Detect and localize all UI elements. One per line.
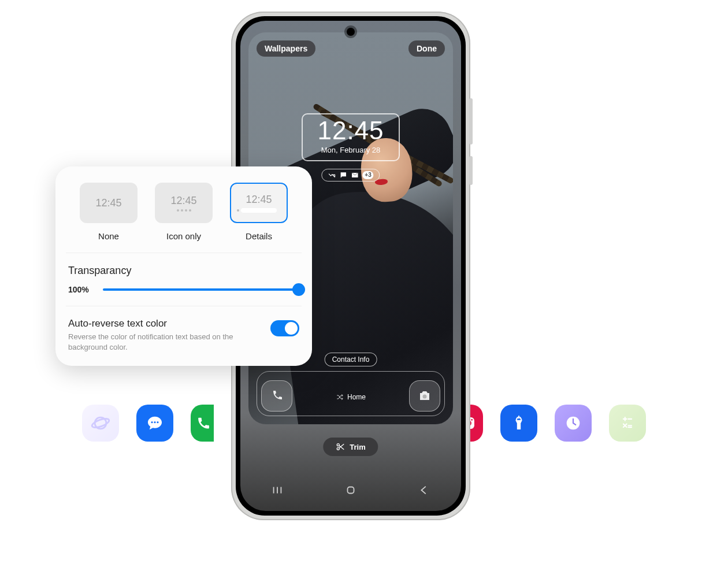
notification-overflow-badge: +3 [362, 171, 373, 179]
clock-time: 12:45 [315, 118, 386, 143]
calculator-icon [618, 413, 637, 433]
flashlight-icon [509, 413, 529, 433]
chat-bubble-icon [145, 413, 165, 433]
svg-point-3 [154, 421, 155, 423]
phone-icon [196, 413, 214, 433]
app-calculator [609, 405, 646, 442]
auto-reverse-toggle[interactable] [270, 320, 299, 336]
mail-icon [351, 171, 359, 179]
app-phone-partial [191, 405, 214, 442]
planet-icon [91, 413, 110, 433]
option-label: None [72, 231, 146, 241]
volume-rocker [469, 98, 473, 144]
svg-point-7 [471, 419, 473, 421]
missed-call-icon [328, 171, 336, 179]
front-camera-icon [347, 28, 355, 36]
slider-thumb-icon[interactable] [292, 283, 305, 296]
transparency-title: Transparancy [68, 265, 299, 277]
trim-button[interactable]: Trim [323, 438, 378, 456]
back-icon[interactable] [418, 484, 430, 497]
svg-point-11 [337, 447, 339, 450]
contact-info-button[interactable]: Contact Info [325, 353, 377, 366]
transparency-value: 100% [68, 285, 94, 294]
svg-point-10 [337, 444, 339, 446]
trim-label: Trim [350, 443, 365, 451]
option-icon-only[interactable]: 12:45 Icon only [147, 183, 221, 241]
svg-point-9 [423, 395, 427, 399]
svg-rect-12 [347, 487, 354, 494]
clock-date: Mon, February 28 [315, 146, 386, 154]
svg-point-2 [151, 421, 153, 423]
auto-reverse-desc: Reverse the color of notification text b… [68, 332, 261, 352]
power-button [469, 156, 473, 185]
option-label: Icon only [147, 231, 221, 241]
app-messages [136, 405, 173, 442]
scissors-icon [336, 442, 345, 451]
auto-reverse-title: Auto-reverse text color [68, 318, 261, 329]
recents-icon[interactable] [271, 484, 284, 497]
notification-settings-popover: 12:45 None 12:45 Icon only 12:45 Details… [55, 166, 312, 366]
home-label: Home [347, 393, 366, 401]
option-details[interactable]: 12:45 Details [222, 183, 296, 241]
camera-icon [418, 389, 432, 403]
option-none[interactable]: 12:45 None [72, 183, 146, 241]
option-label: Details [222, 231, 296, 241]
shuffle-icon [336, 393, 344, 401]
app-flashlight [500, 405, 537, 442]
transparency-slider[interactable]: 100% [68, 285, 299, 294]
clock-icon [563, 413, 583, 433]
shortcut-camera[interactable] [409, 380, 440, 412]
svg-point-4 [157, 421, 158, 423]
shortcut-phone[interactable] [261, 380, 292, 412]
home-icon[interactable] [344, 484, 357, 497]
done-button[interactable]: Done [408, 40, 445, 57]
svg-point-1 [91, 417, 110, 429]
phone-icon [270, 389, 284, 403]
app-internet [82, 405, 119, 442]
home-indicator[interactable]: Home [336, 393, 366, 401]
wallpapers-button[interactable]: Wallpapers [257, 40, 315, 57]
message-icon [339, 171, 347, 179]
clock-widget[interactable]: 12:45 Mon, February 28 [302, 113, 400, 161]
notification-pill[interactable]: +3 [321, 169, 380, 181]
android-navbar [240, 484, 461, 497]
app-clock [555, 405, 592, 442]
